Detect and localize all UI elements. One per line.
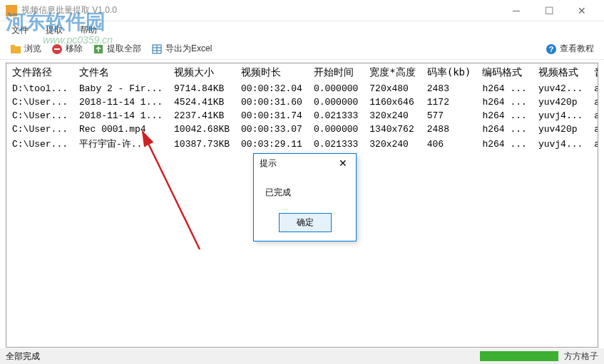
- cell-size: 4524.41KB: [168, 95, 235, 109]
- cell-name: Rec 0001.mp4: [73, 123, 168, 136]
- data-table: 文件路径 文件名 视频大小 视频时长 开始时间 宽度*高度 码率(kb) 编码格…: [6, 63, 598, 152]
- cell-vcodec: h264 ...: [476, 95, 532, 109]
- tutorial-link[interactable]: ? 查看教程: [541, 41, 598, 56]
- menu-extract[interactable]: 提取: [39, 23, 70, 38]
- cell-wh: 1340x762: [364, 123, 421, 136]
- table-header-row: 文件路径 文件名 视频大小 视频时长 开始时间 宽度*高度 码率(kb) 编码格…: [6, 63, 598, 82]
- browse-button[interactable]: 浏览: [6, 41, 46, 56]
- table-row[interactable]: C:\User...2018-11-14 1...4524.41KB00:00:…: [6, 95, 598, 109]
- export-excel-button[interactable]: 导出为Excel: [147, 41, 216, 56]
- cell-wh: 320x240: [364, 109, 421, 123]
- browse-label: 浏览: [24, 43, 41, 55]
- cell-path: D:\tool...: [6, 82, 73, 95]
- dialog-title-text: 提示: [260, 157, 277, 170]
- cell-path: C:\User...: [6, 109, 73, 123]
- cell-vcodec: h264 ...: [476, 136, 532, 152]
- col-bitrate[interactable]: 码率(kb): [421, 63, 477, 82]
- cell-path: C:\User...: [6, 123, 73, 136]
- extract-icon: [93, 43, 104, 55]
- cell-bitrate: 2488: [421, 123, 477, 136]
- cell-vformat: yuv420p: [533, 95, 588, 109]
- close-button[interactable]: ✕: [565, 0, 598, 21]
- progress-bar: [480, 351, 558, 361]
- cell-vformat: yuvj4...: [533, 136, 588, 152]
- cell-audio: aac: [588, 109, 598, 123]
- cell-path: C:\User...: [6, 95, 73, 109]
- col-vcodec[interactable]: 编码格式: [476, 63, 532, 82]
- svg-rect-3: [54, 48, 60, 50]
- maximize-button[interactable]: ☐: [533, 0, 565, 21]
- cell-name: 2018-11-14 1...: [73, 109, 168, 123]
- extract-all-button[interactable]: 提取全部: [88, 41, 145, 56]
- cell-bitrate: 1172: [421, 95, 477, 109]
- cell-start: 0.021333: [308, 136, 364, 152]
- table-row[interactable]: C:\User...平行宇宙-许...10387.73KB00:03:29.11…: [6, 136, 598, 152]
- col-vformat[interactable]: 视频格式: [533, 63, 588, 82]
- cell-bitrate: 2483: [421, 82, 477, 95]
- progress-fill: [480, 351, 558, 361]
- cell-vcodec: h264 ...: [476, 123, 532, 136]
- cell-start: 0.000000: [308, 82, 364, 95]
- remove-button[interactable]: 移除: [47, 41, 87, 56]
- cell-duration: 00:00:32.04: [235, 82, 308, 95]
- cell-size: 9714.84KB: [168, 82, 235, 95]
- cell-name: Baby 2 - Fir...: [73, 82, 168, 95]
- remove-label: 移除: [66, 43, 83, 55]
- cell-size: 2237.41KB: [168, 109, 235, 123]
- message-dialog: 提示 ✕ 已完成 确定: [253, 153, 357, 241]
- col-name[interactable]: 文件名: [73, 63, 168, 82]
- dialog-footer: 确定: [254, 207, 356, 241]
- cell-start: 0.021333: [308, 109, 364, 123]
- cell-duration: 00:00:33.07: [235, 123, 308, 136]
- cell-audio: aac: [588, 82, 598, 95]
- export-excel-label: 导出为Excel: [165, 43, 212, 55]
- cell-size: 10387.73KB: [168, 136, 235, 152]
- cell-duration: 00:00:31.74: [235, 109, 308, 123]
- table-row[interactable]: C:\User...2018-11-14 1...2237.41KB00:00:…: [6, 109, 598, 123]
- app-icon: [6, 5, 17, 16]
- cell-wh: 1160x646: [364, 95, 421, 109]
- window-title: 视频信息批量提取 V1.0.0: [21, 4, 500, 16]
- remove-icon: [51, 43, 63, 55]
- dialog-body: 已完成: [254, 172, 356, 207]
- col-wh[interactable]: 宽度*高度: [364, 63, 421, 82]
- table-row[interactable]: C:\User...Rec 0001.mp410042.68KB00:00:33…: [6, 123, 598, 136]
- excel-icon: [151, 43, 163, 55]
- extract-all-label: 提取全部: [107, 43, 141, 55]
- cell-audio: aac: [588, 136, 598, 152]
- tutorial-label: 查看教程: [560, 43, 594, 55]
- col-start[interactable]: 开始时间: [308, 63, 364, 82]
- cell-wh: 720x480: [364, 82, 421, 95]
- col-duration[interactable]: 视频时长: [235, 63, 308, 82]
- cell-name: 平行宇宙-许...: [73, 136, 168, 152]
- window-controls: ─ ☐ ✕: [500, 0, 598, 21]
- help-icon: ?: [546, 43, 557, 55]
- menu-help[interactable]: 帮助: [73, 23, 104, 38]
- col-audio[interactable]: 音频: [588, 63, 598, 82]
- cell-start: 0.000000: [308, 123, 364, 136]
- col-path[interactable]: 文件路径: [6, 63, 73, 82]
- menu-file[interactable]: 文件: [4, 23, 36, 38]
- brand-label: 方方格子: [564, 350, 598, 363]
- cell-duration: 00:03:29.11: [235, 136, 308, 152]
- dialog-close-button[interactable]: ✕: [336, 157, 350, 169]
- toolbar: 浏览 移除 提取全部 导出为Excel ? 查看教程: [0, 38, 604, 60]
- status-text: 全部完成: [6, 350, 40, 363]
- svg-rect-1: [11, 45, 15, 48]
- svg-text:?: ?: [549, 45, 554, 53]
- table-row[interactable]: D:\tool...Baby 2 - Fir...9714.84KB00:00:…: [6, 82, 598, 95]
- minimize-button[interactable]: ─: [500, 0, 533, 21]
- cell-vformat: yuvj4...: [533, 109, 588, 123]
- cell-vcodec: h264 ...: [476, 109, 532, 123]
- titlebar: 视频信息批量提取 V1.0.0 ─ ☐ ✕: [0, 0, 604, 21]
- cell-name: 2018-11-14 1...: [73, 95, 168, 109]
- cell-wh: 320x240: [364, 136, 421, 152]
- cell-audio: aac: [588, 95, 598, 109]
- dialog-ok-button[interactable]: 确定: [279, 213, 332, 232]
- cell-duration: 00:00:31.60: [235, 95, 308, 109]
- dialog-titlebar: 提示 ✕: [254, 154, 356, 172]
- col-size[interactable]: 视频大小: [168, 63, 235, 82]
- cell-path: C:\User...: [6, 136, 73, 152]
- cell-vformat: yuv420p: [533, 123, 588, 136]
- cell-audio: aac: [588, 123, 598, 136]
